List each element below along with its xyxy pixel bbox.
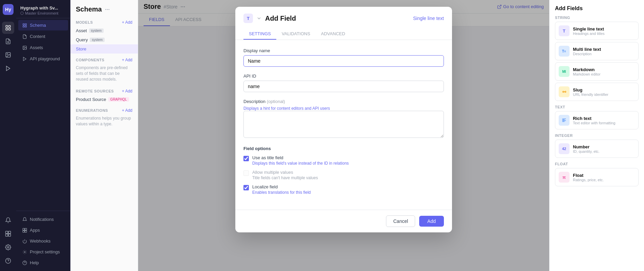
integer-category-label: INTEGER: [555, 133, 639, 138]
field-options-title: Field options: [243, 146, 444, 151]
remote-sources-label: REMOTE SOURCES: [76, 89, 114, 93]
nav-assets[interactable]: Assets: [18, 42, 68, 53]
nav-project-settings[interactable]: Project settings: [18, 247, 68, 257]
field-markdown[interactable]: MI Markdown Markdown editor: [555, 62, 639, 81]
slug-icon: ⚯: [559, 86, 570, 97]
allow-multiple-hint: Title fields can't have multiple values: [252, 175, 318, 180]
markdown-desc: Markdown editor: [573, 72, 600, 76]
content-icon-btn[interactable]: [2, 35, 14, 47]
api-id-label: API ID: [243, 74, 444, 79]
rich-text-desc: Text editor with formatting: [573, 121, 615, 125]
float-icon: π: [559, 172, 570, 183]
models-label: MODELS: [76, 20, 93, 24]
use-title-field-hint: Displays this field's value instead of t…: [252, 161, 349, 166]
use-title-field-checkbox[interactable]: [243, 156, 249, 161]
model-query[interactable]: Query system: [70, 35, 138, 44]
markdown-name: Markdown: [573, 67, 600, 72]
api-id-input[interactable]: [243, 81, 444, 92]
main-area: Store #Store Go to content editing FIELD…: [138, 0, 549, 271]
modal-tabs: SETTINGS VALIDATIONS ADVANCED: [235, 23, 452, 40]
markdown-icon: MI: [559, 66, 570, 77]
graphql-badge: GRAPHQL: [108, 97, 129, 102]
nav-notifications[interactable]: Notifications: [18, 214, 68, 225]
field-float[interactable]: π Float Ratings, price, etc.: [555, 168, 639, 186]
modal-tab-advanced[interactable]: ADVANCED: [316, 28, 350, 40]
multi-line-text-desc: Description: [573, 52, 601, 56]
apps-icon-btn[interactable]: [2, 228, 14, 240]
components-label: COMPONENTS: [76, 58, 104, 62]
svg-rect-3: [9, 28, 10, 30]
more-options-icon[interactable]: [105, 7, 110, 12]
add-model-button[interactable]: + Add: [122, 20, 132, 25]
modal-tab-validations[interactable]: VALIDATIONS: [276, 28, 316, 40]
model-asset[interactable]: Asset system: [70, 26, 138, 35]
schema-panel: Schema MODELS + Add Asset system Query s…: [70, 0, 138, 271]
use-title-field-row: Use as title field Displays this field's…: [243, 155, 444, 166]
models-section-header: MODELS + Add: [70, 16, 138, 26]
modal-header: T Add Field Single line text: [235, 7, 452, 23]
number-icon: 42: [559, 143, 570, 154]
type-selector-icon[interactable]: [256, 16, 262, 21]
svg-rect-20: [25, 26, 26, 27]
model-store-name: Store: [76, 46, 86, 51]
allow-multiple-label: Allow multiple values: [252, 170, 318, 175]
logo-button[interactable]: Hy: [3, 4, 14, 15]
add-component-button[interactable]: + Add: [122, 58, 132, 62]
svg-rect-0: [6, 25, 7, 27]
nav-apps[interactable]: Apps: [18, 225, 68, 235]
number-name: Number: [573, 144, 600, 149]
product-source-name: Product Source: [76, 97, 106, 102]
remote-sources-section-header: REMOTE SOURCES + Add: [70, 85, 138, 95]
field-multi-line-text[interactable]: T≡ Multi line text Description: [555, 42, 639, 60]
add-enumeration-button[interactable]: + Add: [122, 108, 132, 113]
nav-api-playground[interactable]: API playground: [18, 54, 68, 64]
nav-help[interactable]: Help: [18, 257, 68, 268]
svg-point-34: [105, 9, 106, 9]
assets-icon-btn[interactable]: [2, 49, 14, 61]
svg-rect-9: [6, 231, 8, 234]
svg-rect-17: [23, 23, 24, 25]
single-line-text-icon: T: [559, 25, 570, 36]
nav-sidebar: Hygraph with Sv... Master Environment Sc…: [16, 0, 70, 271]
schema-title: Schema: [76, 5, 102, 13]
modal-title-area: T Add Field: [243, 14, 296, 23]
workspace-name: Hygraph with Sv...: [20, 5, 66, 11]
schema-icon-btn[interactable]: [2, 22, 14, 34]
nav-content[interactable]: Content: [18, 31, 68, 42]
logo-text: Hy: [5, 7, 11, 12]
localize-field-checkbox[interactable]: [243, 185, 249, 190]
field-single-line-text[interactable]: T Single line text Headings and titles: [555, 22, 639, 40]
model-asset-badge: system: [89, 28, 104, 33]
nav-schema[interactable]: Schema: [18, 20, 68, 30]
allow-multiple-checkbox[interactable]: [243, 170, 249, 176]
svg-rect-11: [6, 234, 8, 236]
components-section-header: COMPONENTS + Add: [70, 54, 138, 64]
product-source-item[interactable]: Product Source GRAPHQL: [70, 95, 138, 104]
settings-icon-btn[interactable]: [2, 241, 14, 253]
string-category-label: STRING: [555, 16, 639, 20]
svg-point-7: [7, 54, 7, 54]
field-rich-text[interactable]: Rich text Text editor with formatting: [555, 111, 639, 129]
right-panel: Add Fields STRING T Single line text Hea…: [549, 0, 644, 271]
model-query-badge: system: [90, 38, 105, 42]
number-desc: ID, quantity, etc.: [573, 149, 600, 153]
multi-line-text-name: Multi line text: [573, 47, 601, 52]
cancel-button[interactable]: Cancel: [386, 215, 415, 227]
model-store[interactable]: Store: [70, 44, 138, 54]
add-remote-source-button[interactable]: + Add: [122, 89, 132, 93]
help-icon-btn[interactable]: [2, 255, 14, 267]
rich-text-name: Rich text: [573, 116, 615, 121]
add-button[interactable]: Add: [419, 216, 444, 227]
modal-tab-settings[interactable]: SETTINGS: [243, 28, 276, 40]
notifications-icon-btn[interactable]: [2, 214, 14, 226]
nav-webhooks[interactable]: Webhooks: [18, 236, 68, 246]
svg-rect-1: [9, 25, 10, 27]
icon-sidebar: Hy: [0, 0, 16, 271]
field-number[interactable]: 42 Number ID, quantity, etc.: [555, 140, 639, 158]
description-input[interactable]: [243, 111, 444, 138]
enumerations-label: ENUMERATIONS: [76, 108, 108, 112]
svg-point-29: [24, 251, 25, 253]
api-playground-icon-btn[interactable]: [2, 62, 14, 75]
display-name-input[interactable]: [243, 55, 444, 67]
field-slug[interactable]: ⚯ Slug URL friendly identifier: [555, 83, 639, 101]
